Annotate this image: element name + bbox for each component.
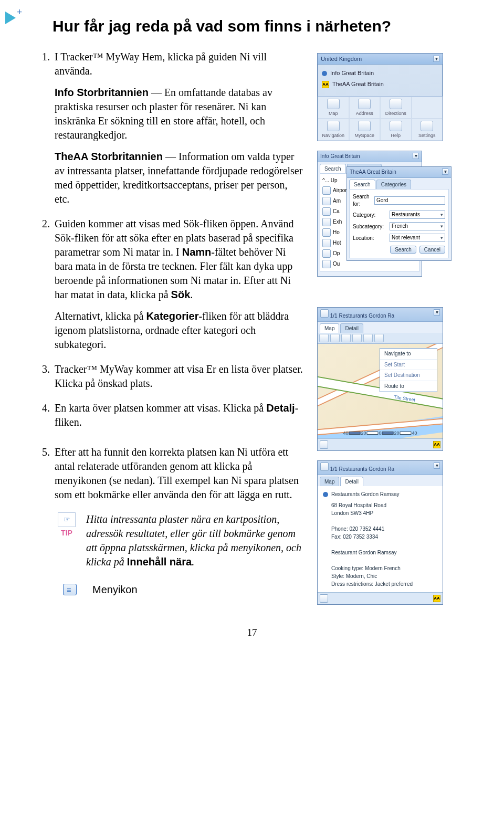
step-1-theaa: TheAA Storbritannien — Information om va… — [55, 150, 304, 206]
nav-settings[interactable]: Settings — [412, 119, 443, 141]
toolbar-button[interactable] — [341, 334, 351, 342]
tip-text: Hitta intressanta plaster nära en kartpo… — [86, 512, 304, 569]
close-icon[interactable]: ▾ — [413, 153, 419, 159]
detail-dress: Dress restrictions: Jacket preferred — [331, 580, 437, 588]
step-5: 5.Efter att ha funnit den korrekta plats… — [42, 445, 304, 502]
aa-icon: AA — [322, 81, 329, 88]
aa-icon: AA — [433, 595, 440, 602]
tab-detail[interactable]: Detail — [340, 323, 363, 333]
panel-title: United Kingdom ▾ — [318, 54, 443, 65]
detail-style: Style: Modern, Chic — [331, 572, 437, 580]
page-number: 17 — [21, 626, 483, 639]
close-icon[interactable]: ▾ — [434, 462, 440, 469]
category-label: Category: — [353, 212, 386, 219]
menu-item-set-start[interactable]: Set Start — [380, 360, 437, 371]
nav-map[interactable]: Map — [318, 97, 349, 119]
menu-item-route[interactable]: Route to — [380, 381, 437, 392]
tab-categories[interactable]: Categories — [376, 180, 411, 190]
category-dropdown[interactable]: Restaurants — [390, 211, 445, 219]
screenshot-detail-panel: 1/1 Restaurants Gordon Ra▾ Map Detail Re… — [317, 460, 443, 605]
detail-addr2: London SW3 4HP — [331, 509, 437, 517]
nav-navigation[interactable]: Navigation — [318, 119, 349, 141]
category-icon — [322, 207, 331, 216]
toolbar-button[interactable] — [374, 334, 384, 342]
searchfor-input[interactable] — [374, 196, 445, 205]
screenshot-uk-panel: United Kingdom ▾ Info Great Britain AATh… — [317, 53, 443, 142]
step-2-alt: Alternativt, klicka på Kategorier-fliken… — [55, 309, 304, 352]
tab-detail[interactable]: Detail — [340, 477, 363, 487]
category-icon — [322, 228, 331, 237]
tip-block: ☞ TIP Hitta intressanta plaster nära en … — [58, 512, 304, 569]
close-icon[interactable]: ▾ — [434, 309, 440, 316]
nav-help[interactable]: Help — [380, 119, 412, 141]
tab-search[interactable]: Search — [320, 164, 346, 174]
menu-icon[interactable] — [320, 462, 329, 471]
detail-name: Restaurants Gordon Ramsay — [331, 490, 400, 498]
step-3: 3.Tracker™ MyWay kommer att visa Er en l… — [42, 362, 304, 391]
front-panel-theaa: TheAA Great Britain▾ Search Categories S… — [346, 166, 452, 261]
category-icon — [322, 197, 331, 205]
screenshots-column: United Kingdom ▾ Info Great Britain AATh… — [317, 50, 475, 605]
searchfor-label: Search for: — [353, 193, 371, 207]
list-item[interactable]: AATheAA Great Britain — [322, 79, 438, 90]
detail-body: Restaurants Gordon Ramsay 68 Royal Hospi… — [318, 486, 443, 592]
tab-search[interactable]: Search — [349, 180, 375, 190]
step-4: 4.En karta över platsen kommer att visas… — [42, 401, 304, 429]
menyikon-label: Menyikon — [92, 583, 138, 597]
menu-item-set-dest[interactable]: Set Destination — [380, 370, 437, 381]
info-icon — [323, 492, 328, 497]
list-item[interactable]: Info Great Britain — [322, 68, 438, 79]
category-icon — [322, 260, 331, 268]
step-2: 2.Guiden kommer att visas med Sök-fliken… — [42, 217, 304, 352]
location-label: Location: — [353, 235, 386, 242]
tip-icon: ☞ TIP — [58, 512, 76, 538]
close-icon[interactable]: ▾ — [433, 56, 439, 62]
toolbar-button[interactable] — [352, 334, 362, 342]
page-title: Hur får jag reda på vad som finns i närh… — [52, 16, 483, 37]
category-icon — [322, 218, 331, 226]
subcategory-label: Subcategory: — [353, 223, 386, 230]
tab-map[interactable]: Map — [320, 323, 339, 333]
screenshot-map-panel: 1/1 Restaurants Gordon Ra▾ Map Detail Ti… — [317, 307, 443, 451]
menyikon-row: Menyikon — [63, 583, 304, 597]
map-canvas[interactable]: Tite Street Navigate to Set Start Set De… — [318, 344, 443, 438]
toolbar-button[interactable] — [330, 334, 340, 342]
aa-icon: AA — [433, 441, 440, 448]
screenshot-search-stack: Info Great Britain▾ Search Categories ^.… — [317, 151, 475, 287]
detail-fax: Fax: 020 7352 3334 — [331, 533, 437, 541]
category-icon — [322, 239, 331, 247]
toolbar-button[interactable] — [363, 334, 373, 342]
subcategory-dropdown[interactable]: French — [390, 222, 445, 230]
detail-addr1: 68 Royal Hospital Road — [331, 501, 437, 509]
detail-restaurant-name: Restaurant Gordon Ramsay — [331, 549, 437, 556]
menu-icon — [63, 584, 77, 595]
nav-grid: Map Address Directions Navigation MySpac… — [318, 96, 443, 141]
context-menu: Navigate to Set Start Set Destination Ro… — [380, 348, 437, 392]
step-1: 1.I Tracker™ MyWay Hem, klicka på guiden… — [42, 50, 304, 206]
detail-cooking-type: Cooking type: Modern French — [331, 564, 437, 572]
bottom-icon[interactable] — [320, 440, 328, 449]
bottom-icon[interactable] — [320, 594, 328, 603]
category-icon — [322, 249, 331, 258]
map-toolbar — [318, 333, 443, 344]
scale-bar: 40 20 0 20 40 — [343, 430, 417, 436]
step-1-info-sb: Info Storbritannien — En omfattande data… — [55, 86, 304, 142]
search-button[interactable]: Search — [390, 246, 416, 254]
nav-address[interactable]: Address — [349, 97, 381, 119]
toolbar-button[interactable] — [319, 334, 329, 342]
cancel-button[interactable]: Cancel — [419, 246, 445, 254]
nav-blank — [412, 97, 443, 119]
menu-item-navigate[interactable]: Navigate to — [380, 349, 437, 360]
page-header-icon: + — [5, 6, 28, 29]
location-dropdown[interactable]: Not relevant — [390, 234, 445, 242]
tab-map[interactable]: Map — [320, 477, 339, 487]
nav-directions[interactable]: Directions — [380, 97, 412, 119]
detail-phone: Phone: 020 7352 4441 — [331, 525, 437, 533]
close-icon[interactable]: ▾ — [442, 169, 448, 175]
instruction-column: 1.I Tracker™ MyWay Hem, klicka på guiden… — [21, 50, 304, 597]
info-icon — [322, 71, 327, 76]
category-icon — [322, 186, 331, 195]
nav-myspace[interactable]: MySpace — [349, 119, 381, 141]
menu-icon[interactable] — [320, 309, 329, 318]
